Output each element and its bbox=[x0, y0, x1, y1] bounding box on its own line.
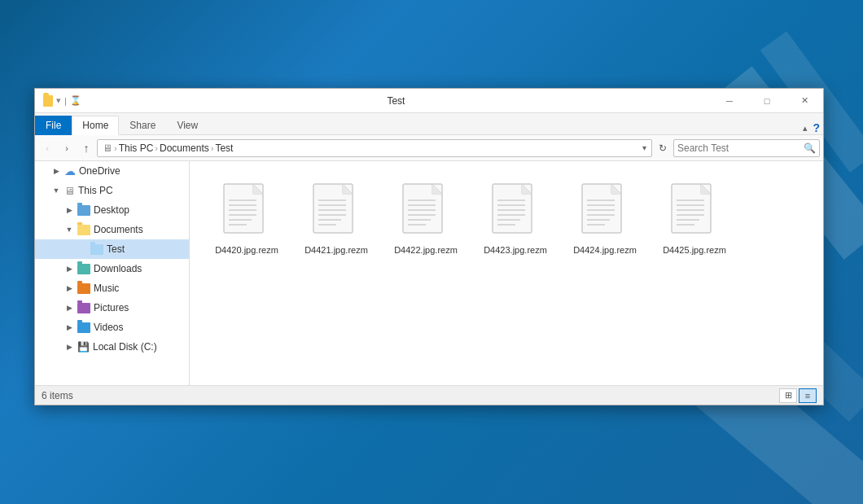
ribbon: File Home Share View ▴ ? bbox=[35, 113, 823, 135]
documents-folder-icon bbox=[77, 225, 90, 235]
address-bar: ‹ › ↑ 🖥 › This PC › Documents › Test ▾ ↻… bbox=[35, 135, 823, 161]
window-icon bbox=[40, 94, 53, 107]
file-name: D4425.jpg.rezm bbox=[663, 244, 726, 256]
ribbon-tabs: File Home Share View ▴ ? bbox=[35, 113, 823, 134]
sidebar-label-localdisk: Local Disk (C:) bbox=[93, 341, 157, 353]
path-segment-documents[interactable]: Documents bbox=[160, 142, 209, 154]
up-button[interactable]: ↑ bbox=[77, 139, 95, 157]
list-item[interactable]: D4425.jpg.rezm bbox=[654, 177, 735, 261]
sidebar-label-music: Music bbox=[94, 283, 119, 294]
ribbon-collapse-btn[interactable]: ▴ bbox=[803, 123, 808, 134]
sidebar-item-pictures[interactable]: ▶ Pictures bbox=[35, 298, 189, 318]
grid-view-button[interactable]: ⊞ bbox=[779, 388, 797, 403]
path-segment-thispc[interactable]: This PC bbox=[119, 142, 154, 154]
file-icon bbox=[312, 182, 361, 241]
item-count: 6 items bbox=[42, 390, 73, 401]
search-icon[interactable]: 🔍 bbox=[804, 142, 816, 154]
file-area: D4420.jpg.rezm D4421.jpg.rezm bbox=[190, 161, 823, 385]
expand-desktop-btn[interactable]: ▶ bbox=[64, 205, 74, 215]
window-title: Test bbox=[81, 95, 711, 107]
help-button[interactable]: ? bbox=[813, 121, 820, 134]
expand-thispc-btn[interactable]: ▼ bbox=[51, 186, 61, 195]
status-bar: 6 items ⊞ ≡ bbox=[35, 385, 823, 405]
sidebar-item-downloads[interactable]: ▶ Downloads bbox=[35, 259, 189, 278]
maximize-button[interactable]: □ bbox=[748, 89, 786, 113]
file-explorer-window: ▾ | ⌛ Test ─ □ ✕ File Home Share View ▴ … bbox=[34, 88, 824, 405]
tab-view[interactable]: View bbox=[166, 116, 208, 135]
sidebar-item-thispc[interactable]: ▼ 🖥 This PC bbox=[35, 181, 189, 200]
desktop-folder-icon bbox=[77, 205, 90, 216]
sidebar-label-downloads: Downloads bbox=[94, 263, 142, 274]
title-bar-icons: ▾ | ⌛ bbox=[35, 94, 81, 107]
view-buttons: ⊞ ≡ bbox=[779, 388, 817, 403]
address-path[interactable]: 🖥 › This PC › Documents › Test ▾ bbox=[97, 139, 652, 157]
expand-documents-btn[interactable]: ▼ bbox=[64, 225, 74, 234]
sidebar-item-test[interactable]: ▶ Test bbox=[35, 239, 189, 259]
sidebar-label-thispc: This PC bbox=[78, 185, 113, 196]
minimize-button[interactable]: ─ bbox=[711, 89, 748, 113]
files-grid: D4420.jpg.rezm D4421.jpg.rezm bbox=[198, 169, 815, 269]
downloads-folder-icon bbox=[77, 264, 90, 274]
title-bar: ▾ | ⌛ Test ─ □ ✕ bbox=[35, 89, 823, 113]
sidebar-label-pictures: Pictures bbox=[94, 302, 129, 313]
expand-downloads-btn[interactable]: ▶ bbox=[64, 264, 74, 274]
tab-file[interactable]: File bbox=[35, 116, 72, 135]
path-separator-1: › bbox=[114, 143, 117, 153]
file-icon bbox=[491, 182, 540, 241]
sidebar-label-onedrive: OneDrive bbox=[79, 165, 120, 177]
path-separator-3: › bbox=[211, 143, 214, 153]
sidebar-item-desktop[interactable]: ▶ Desktop bbox=[35, 200, 189, 220]
list-item[interactable]: D4423.jpg.rezm bbox=[475, 177, 556, 261]
disk-icon: 💾 bbox=[77, 341, 90, 353]
search-box[interactable]: 🔍 bbox=[673, 139, 820, 157]
sidebar-item-documents[interactable]: ▼ Documents bbox=[35, 220, 189, 239]
sidebar-item-onedrive[interactable]: ▶ ☁ OneDrive bbox=[35, 161, 189, 181]
expand-disk-btn[interactable]: ▶ bbox=[64, 342, 74, 352]
file-name: D4423.jpg.rezm bbox=[484, 244, 547, 256]
back-button[interactable]: ‹ bbox=[38, 139, 56, 157]
music-folder-icon bbox=[77, 283, 90, 294]
sidebar-item-localdisk[interactable]: ▶ 💾 Local Disk (C:) bbox=[35, 337, 189, 357]
path-separator-2: › bbox=[155, 143, 158, 153]
file-icon bbox=[670, 182, 719, 241]
sidebar-label-test: Test bbox=[107, 243, 125, 255]
file-icon bbox=[580, 182, 629, 241]
file-name: D4421.jpg.rezm bbox=[304, 244, 368, 256]
content-area: ▶ ☁ OneDrive ▼ 🖥 This PC ▶ Desktop ▼ Doc… bbox=[35, 161, 823, 385]
sidebar-label-videos: Videos bbox=[94, 322, 123, 333]
expand-videos-btn[interactable]: ▶ bbox=[64, 322, 74, 332]
list-item[interactable]: D4424.jpg.rezm bbox=[564, 177, 646, 261]
file-icon bbox=[401, 182, 450, 241]
path-dropdown-btn[interactable]: ▾ bbox=[642, 143, 646, 152]
file-name: D4422.jpg.rezm bbox=[394, 244, 458, 256]
sidebar: ▶ ☁ OneDrive ▼ 🖥 This PC ▶ Desktop ▼ Doc… bbox=[35, 161, 190, 385]
pictures-folder-icon bbox=[77, 303, 90, 313]
expand-onedrive-btn[interactable]: ▶ bbox=[51, 166, 61, 176]
sidebar-label-documents: Documents bbox=[94, 224, 143, 235]
tab-home[interactable]: Home bbox=[72, 116, 119, 135]
file-icon bbox=[222, 182, 271, 241]
pc-icon: 🖥 bbox=[64, 185, 75, 197]
sidebar-item-videos[interactable]: ▶ Videos bbox=[35, 318, 189, 337]
tab-share[interactable]: Share bbox=[119, 116, 166, 135]
close-button[interactable]: ✕ bbox=[786, 89, 823, 113]
expand-music-btn[interactable]: ▶ bbox=[64, 283, 74, 293]
list-view-button[interactable]: ≡ bbox=[799, 388, 817, 403]
list-item[interactable]: D4422.jpg.rezm bbox=[385, 177, 467, 261]
file-name: D4420.jpg.rezm bbox=[215, 244, 278, 256]
window-controls: ─ □ ✕ bbox=[711, 89, 823, 113]
refresh-button[interactable]: ↻ bbox=[654, 139, 672, 157]
search-input[interactable] bbox=[677, 142, 804, 154]
list-item[interactable]: D4420.jpg.rezm bbox=[206, 177, 287, 261]
forward-button[interactable]: › bbox=[58, 139, 76, 157]
test-folder-icon bbox=[90, 244, 103, 255]
videos-folder-icon bbox=[77, 322, 90, 333]
expand-pictures-btn[interactable]: ▶ bbox=[64, 303, 74, 313]
file-name: D4424.jpg.rezm bbox=[573, 244, 637, 256]
sidebar-item-music[interactable]: ▶ Music bbox=[35, 278, 189, 298]
list-item[interactable]: D4421.jpg.rezm bbox=[296, 177, 377, 261]
sidebar-label-desktop: Desktop bbox=[94, 204, 129, 216]
path-segment-test[interactable]: Test bbox=[215, 142, 233, 154]
cloud-icon: ☁ bbox=[64, 164, 76, 177]
